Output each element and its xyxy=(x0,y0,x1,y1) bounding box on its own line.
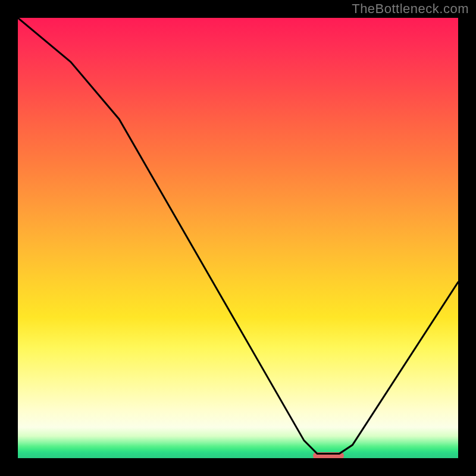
chart-frame: TheBottleneck.com xyxy=(0,0,476,476)
bottleneck-curve xyxy=(18,18,458,454)
attribution-text: TheBottleneck.com xyxy=(352,1,469,17)
curve-svg xyxy=(18,18,458,458)
curve-layer xyxy=(18,18,458,458)
plot-area xyxy=(18,18,458,458)
